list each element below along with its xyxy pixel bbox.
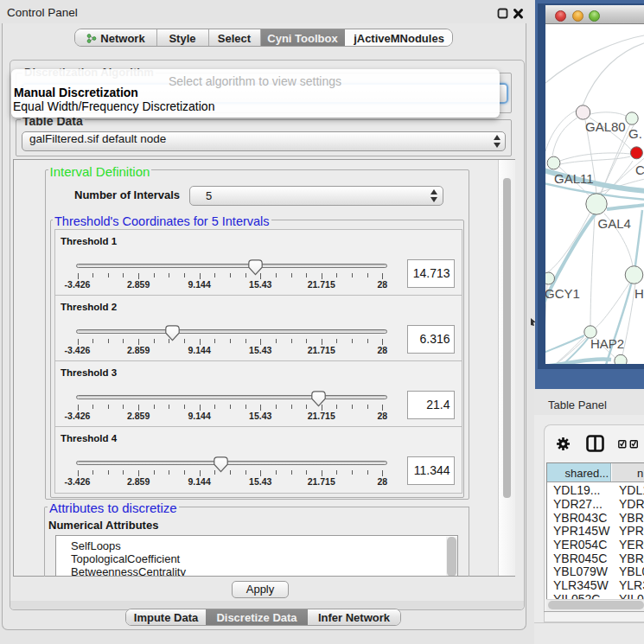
svg-text:HAP2: HAP2 (590, 336, 624, 351)
svg-text:C: C (635, 163, 644, 177)
svg-text:GAL80: GAL80 (585, 119, 626, 134)
svg-text:GAL4: GAL4 (598, 216, 631, 231)
svg-text:GCY1: GCY1 (545, 286, 580, 301)
svg-text:G.: G. (628, 126, 642, 141)
svg-text:H: H (634, 286, 644, 301)
svg-text:GAL11: GAL11 (554, 171, 594, 186)
